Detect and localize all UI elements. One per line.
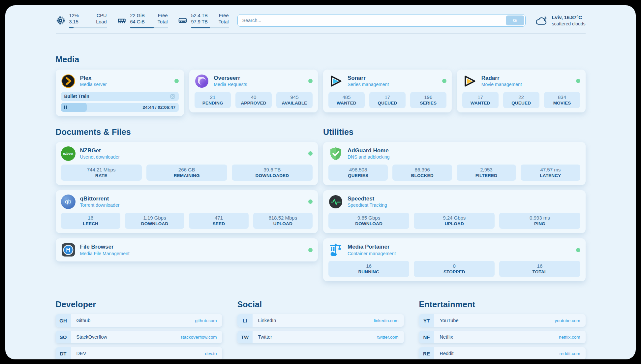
stat-value: 945 <box>278 94 311 101</box>
stat-value: 40 <box>237 94 270 101</box>
cpu-icon <box>56 15 66 25</box>
bookmark-name: LinkedIn <box>253 314 374 327</box>
overseerr-card[interactable]: Overseerr Media Requests 21PENDING 40APP… <box>189 70 318 112</box>
cloud-icon <box>534 15 548 26</box>
stat-tile: 471SEED <box>189 213 248 229</box>
stat-tile: 9.24 GbpsUPLOAD <box>414 213 495 229</box>
sonarr-card[interactable]: Sonarr Series management 485WANTED 17QUE… <box>323 70 452 112</box>
dashboard-page: 12%CPU 3.15Load 22 GiBFree <box>5 5 636 359</box>
qbittorrent-icon-text: qb <box>65 198 71 205</box>
sonarr-icon <box>328 74 343 88</box>
stat-value: 471 <box>191 215 246 221</box>
stat-label: RUNNING <box>330 269 407 274</box>
disk-stat: 52.4 TBFree 97.9 TBTotal <box>178 13 229 28</box>
cpu-percent: 12% <box>69 13 79 19</box>
stat-label: DOWNLOAD <box>330 221 407 226</box>
search-bar: G <box>237 14 526 27</box>
status-dot <box>174 79 179 83</box>
bookmark-stackoverflow[interactable]: SO StackOverflow stackoverflow.com <box>56 331 222 343</box>
stat-label: LATENCY <box>523 173 578 178</box>
app-title: File Browser <box>80 243 304 250</box>
bookmark-dev[interactable]: DT DEV dev.to <box>56 347 222 359</box>
bookmark-abbr: GH <box>56 314 71 327</box>
stat-label: DOWNLOAD <box>127 221 182 226</box>
qbittorrent-card[interactable]: qb qBittorrent Torrent downloader 16LEEC… <box>56 190 318 233</box>
stat-tile: 21PENDING <box>195 92 231 108</box>
bookmark-youtube[interactable]: YT YouTube youtube.com <box>419 314 586 327</box>
cpu-label2: Load <box>96 19 107 25</box>
stat-tile: 16LEECH <box>61 213 120 229</box>
section-social: Social LI LinkedIn linkedin.com TW Twitt… <box>237 300 404 359</box>
radarr-icon <box>462 74 477 88</box>
bookmark-reddit[interactable]: RE Reddit reddit.com <box>419 347 586 359</box>
app-title: NZBGet <box>80 147 304 154</box>
stat-value: 485 <box>330 94 363 101</box>
stat-tile: 834MOVIES <box>544 92 580 108</box>
radarr-card[interactable]: Radarr Movie management 17WANTED 22QUEUE… <box>457 70 586 112</box>
stat-value: 17 <box>464 94 497 101</box>
stat-label: MOVIES <box>546 101 578 106</box>
app-title: Plex <box>80 75 170 81</box>
bookmark-url: linkedin.com <box>374 314 404 327</box>
cpu-loadavg: 3.15 <box>69 19 78 25</box>
stat-tile: 16TOTAL <box>499 261 580 277</box>
status-dot <box>308 248 313 252</box>
stat-label: DOWNLOADED <box>234 173 311 178</box>
portainer-icon <box>328 243 343 257</box>
search-engine-button[interactable]: G <box>506 15 524 25</box>
section-title-social: Social <box>237 300 404 309</box>
nzbget-card[interactable]: nzbget NZBGet Usenet downloader 744.21 M… <box>56 142 318 185</box>
adguard-card[interactable]: AdGuard Home DNS and adblocking 498,508Q… <box>323 142 586 185</box>
stat-value: 0 <box>416 263 493 269</box>
bookmark-netflix[interactable]: NF Netflix netflix.com <box>419 331 586 343</box>
stat-value: 9.65 Gbps <box>330 215 407 221</box>
bookmark-github[interactable]: GH Github github.com <box>56 314 222 327</box>
stat-value: 86,396 <box>394 167 450 173</box>
stat-tile: 39.6 TBDOWNLOADED <box>232 165 313 181</box>
bookmark-abbr: LI <box>237 314 253 327</box>
overseerr-icon <box>195 74 209 88</box>
bookmark-twitter[interactable]: TW Twitter twitter.com <box>237 331 404 343</box>
section-title-documents: Documents & Files <box>56 127 318 137</box>
app-title: Radarr <box>481 75 571 81</box>
cpu-label1: CPU <box>97 13 107 19</box>
app-subtitle: Media File Management <box>80 251 304 257</box>
stat-tile: 1.19 GbpsDOWNLOAD <box>125 213 184 229</box>
disk-progress-fill <box>191 27 210 28</box>
status-dot <box>576 79 580 83</box>
section-entertainment: Entertainment YT YouTube youtube.com NF … <box>419 300 586 359</box>
stat-value: 2,953 <box>459 167 514 173</box>
search-input[interactable] <box>237 14 526 27</box>
ram-progress-fill <box>130 27 154 28</box>
cpu-progress-fill <box>69 27 74 28</box>
stat-value: 744.21 Mbps <box>63 167 140 173</box>
stat-tile: 196SERIES <box>410 92 446 108</box>
ram-label1: Free <box>158 13 168 19</box>
bookmark-linkedin[interactable]: LI LinkedIn linkedin.com <box>237 314 404 327</box>
section-title-utilities: Utilities <box>323 127 586 137</box>
bookmark-url: reddit.com <box>559 347 585 359</box>
disk-progress-track <box>191 27 229 28</box>
disk-total: 97.9 TB <box>191 19 208 25</box>
stat-value: 834 <box>546 94 578 101</box>
stat-tile: 16RUNNING <box>328 261 409 277</box>
speedtest-card[interactable]: Speedtest Speedtest Tracking 9.65 GbpsDO… <box>323 190 586 233</box>
section-documents: Documents & Files nzbget NZBGet Usenet d… <box>56 127 318 262</box>
bookmark-url: stackoverflow.com <box>180 331 222 343</box>
filebrowser-card[interactable]: File Browser Media File Management <box>56 238 318 261</box>
plex-now-playing: Bullet Train 24:44 / 02:06:47 <box>61 92 179 112</box>
stat-tile: 9.65 GbpsDOWNLOAD <box>328 213 409 229</box>
weather-location-temp: Lviv, 16.87°C <box>552 14 586 21</box>
stat-label: UPLOAD <box>416 221 493 226</box>
stat-value: 16 <box>330 263 407 269</box>
stat-label: TOTAL <box>501 269 578 274</box>
plex-card[interactable]: Plex Media server Bullet Train <box>56 70 184 116</box>
status-dot <box>442 79 446 83</box>
portainer-card[interactable]: Media Portainer Container management 16R… <box>323 238 586 281</box>
stat-label: STOPPED <box>416 269 493 274</box>
webcam-icon[interactable] <box>170 94 175 99</box>
cpu-stat: 12%CPU 3.15Load <box>56 13 107 28</box>
bookmark-abbr: NF <box>419 331 434 343</box>
disk-label1: Free <box>219 13 229 19</box>
app-subtitle: Movie management <box>481 81 571 87</box>
